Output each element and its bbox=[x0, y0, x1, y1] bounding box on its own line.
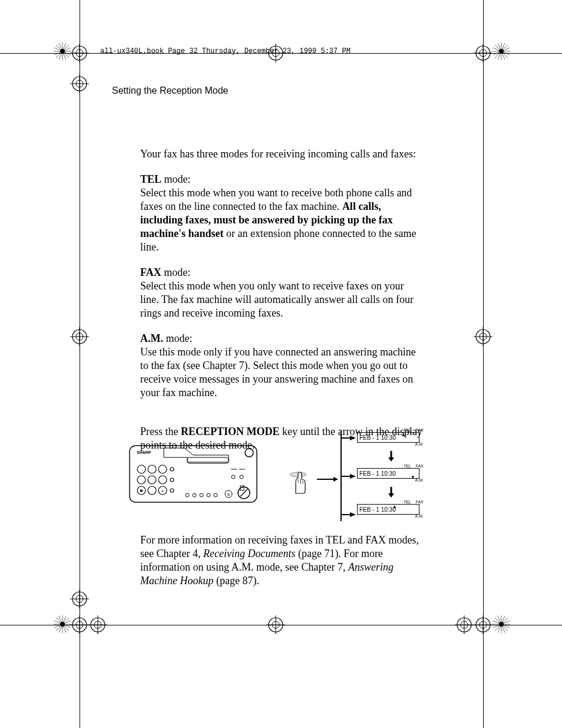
svg-point-32 bbox=[170, 478, 174, 482]
svg-point-42 bbox=[207, 493, 210, 497]
fax-mode-body: Select this mode when you only want to r… bbox=[140, 279, 423, 320]
svg-point-34 bbox=[148, 486, 156, 495]
fax-label: FAX bbox=[416, 500, 424, 504]
registration-mark-icon bbox=[474, 44, 492, 62]
lcd-display: FEB - 1 10:30▲ bbox=[357, 432, 419, 443]
diagram-area: SHARP ✱ # R bbox=[128, 427, 435, 527]
display-state-am: TELFAX FEB - 1 10:30▲ A.M. bbox=[357, 500, 425, 518]
am-label: A.M. bbox=[357, 514, 425, 518]
svg-marker-59 bbox=[388, 457, 394, 462]
svg-point-23 bbox=[245, 449, 253, 457]
svg-point-36 bbox=[170, 489, 174, 492]
registration-mark-icon bbox=[474, 615, 492, 634]
svg-point-45 bbox=[240, 475, 243, 479]
svg-marker-56 bbox=[350, 474, 356, 479]
registration-mark-icon bbox=[70, 615, 89, 634]
svg-point-27 bbox=[158, 465, 167, 473]
tel-label: TEL bbox=[404, 428, 411, 432]
svg-point-29 bbox=[137, 476, 146, 484]
tel-mode-heading: TEL mode: bbox=[140, 173, 423, 186]
display-state-fax: TELFAX FEB - 1 10:30▼ A.M. bbox=[357, 464, 425, 482]
svg-point-28 bbox=[170, 467, 174, 471]
svg-marker-61 bbox=[388, 493, 394, 498]
svg-marker-54 bbox=[333, 477, 338, 482]
svg-marker-57 bbox=[350, 512, 356, 517]
svg-text:✱: ✱ bbox=[140, 489, 143, 493]
registration-mark-icon bbox=[70, 74, 89, 93]
registration-mark-icon bbox=[70, 327, 89, 346]
svg-point-39 bbox=[186, 493, 189, 497]
svg-point-41 bbox=[200, 493, 203, 497]
footer-text: For more information on receiving faxes … bbox=[140, 533, 423, 588]
arrow-icon bbox=[317, 474, 338, 479]
tel-label: TEL bbox=[404, 500, 411, 504]
svg-point-30 bbox=[148, 476, 156, 484]
svg-text:SHARP: SHARP bbox=[137, 450, 151, 454]
sunburst-icon bbox=[54, 615, 71, 633]
tel-label: TEL bbox=[404, 464, 411, 468]
down-arrow-icon bbox=[357, 487, 425, 498]
fax-label: FAX bbox=[416, 428, 424, 432]
display-state-tel: TELFAX FEB - 1 10:30▲ A.M. bbox=[357, 428, 425, 446]
tel-mode-body: Select this mode when you want to receiv… bbox=[140, 186, 423, 254]
body-content: Your fax has three modes for receiving i… bbox=[140, 147, 423, 460]
am-mode-body: Use this mode only if you have connected… bbox=[140, 345, 423, 400]
svg-point-40 bbox=[193, 493, 196, 497]
am-label: A.M. bbox=[357, 442, 425, 446]
down-arrow-icon bbox=[357, 451, 425, 462]
fax-label: FAX bbox=[416, 464, 424, 468]
svg-point-26 bbox=[148, 465, 156, 473]
svg-text:#: # bbox=[161, 489, 164, 493]
sunburst-icon bbox=[492, 42, 510, 60]
svg-text:R: R bbox=[227, 492, 230, 497]
sunburst-icon bbox=[492, 615, 510, 633]
registration-mark-icon bbox=[70, 589, 89, 608]
registration-mark-icon bbox=[474, 327, 492, 346]
svg-marker-55 bbox=[350, 436, 356, 440]
section-title: Setting the Reception Mode bbox=[112, 85, 228, 96]
registration-mark-icon bbox=[88, 615, 107, 634]
header-meta-text: all-ux340L.book Page 32 Thursday, Decemb… bbox=[100, 47, 351, 55]
registration-mark-icon bbox=[70, 44, 89, 62]
fax-mode-heading: FAX mode: bbox=[140, 266, 423, 279]
intro-text: Your fax has three modes for receiving i… bbox=[140, 147, 423, 161]
svg-point-31 bbox=[158, 476, 167, 484]
am-mode-heading: A.M. mode: bbox=[140, 332, 423, 345]
registration-mark-icon bbox=[266, 615, 285, 634]
registration-mark-icon bbox=[455, 615, 474, 634]
display-states: TELFAX FEB - 1 10:30▲ A.M. TELFAX FEB - … bbox=[357, 428, 425, 523]
svg-point-25 bbox=[137, 465, 146, 473]
lcd-display: FEB - 1 10:30▲ bbox=[357, 504, 419, 515]
bracket-icon bbox=[340, 430, 353, 521]
sunburst-icon bbox=[54, 42, 71, 60]
fax-machine-illustration: SHARP ✱ # R bbox=[128, 444, 258, 503]
lcd-display: FEB - 1 10:30▼ bbox=[357, 468, 419, 479]
svg-point-43 bbox=[214, 493, 217, 497]
press-hand-icon bbox=[287, 471, 312, 497]
svg-point-44 bbox=[232, 475, 235, 479]
